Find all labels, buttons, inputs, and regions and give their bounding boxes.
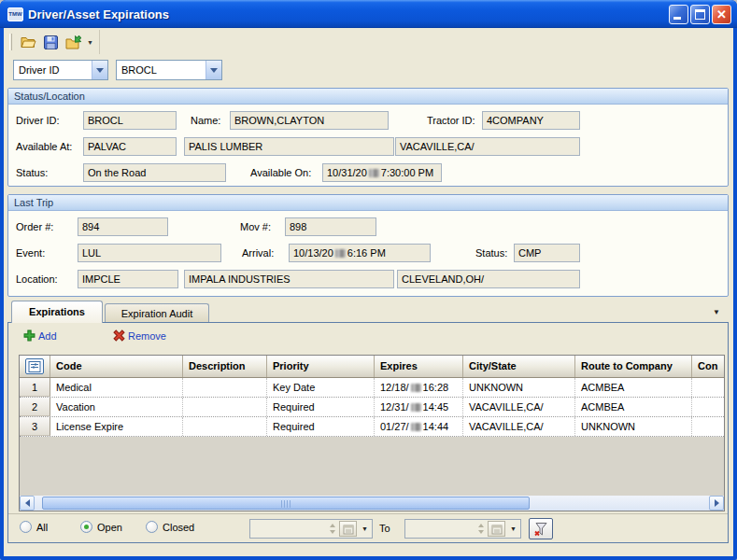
spinner-up-icon	[478, 524, 484, 527]
toolbar-overflow-icon[interactable]: ▼	[87, 39, 93, 46]
name-label: Name:	[191, 111, 220, 130]
status-field[interactable]: On the Road	[83, 163, 226, 182]
table-row[interactable]: 1 Medical Key Date 12/18/16:28 UNKNOWN A…	[20, 378, 724, 398]
location-city-field[interactable]: CLEVELAND,OH/	[397, 270, 580, 288]
title-bar[interactable]: TMW Driver/Asset Expirations ✕	[0, 0, 737, 28]
last-trip-group: Last Trip Order #: 894 Mov #: 898 Event:…	[7, 194, 729, 297]
cell-priority[interactable]: Required	[267, 398, 375, 416]
name-field[interactable]: BROWN,CLAYTON	[230, 111, 389, 130]
cell-description[interactable]	[183, 378, 267, 397]
trip-status-label: Status:	[475, 244, 507, 262]
redacted-text	[369, 169, 379, 177]
date-from-picker[interactable]: ▼	[249, 519, 373, 539]
column-header-priority[interactable]: Priority	[267, 356, 375, 377]
radio-open[interactable]: Open	[80, 521, 122, 533]
cell-contact[interactable]	[692, 417, 724, 436]
open-button[interactable]	[17, 32, 39, 53]
mov-label: Mov #:	[240, 217, 271, 236]
export-button[interactable]	[62, 32, 84, 53]
available-at-code-field[interactable]: PALVAC	[83, 137, 177, 156]
date-spinner[interactable]	[475, 520, 487, 538]
location-code-field[interactable]: IMPCLE	[78, 270, 178, 288]
calendar-button[interactable]	[339, 521, 357, 537]
radio-closed[interactable]: Closed	[146, 521, 194, 533]
tractor-id-label: Tractor ID:	[427, 111, 475, 130]
cell-city-state[interactable]: VACAVILLE,CA/	[463, 398, 575, 416]
driver-id-combo[interactable]: BROCL	[116, 60, 222, 80]
remove-icon	[113, 329, 125, 342]
cell-priority[interactable]: Required	[267, 417, 375, 436]
column-header-contact[interactable]: Con	[692, 356, 724, 377]
available-at-city-field[interactable]: VACAVILLE,CA/	[395, 137, 580, 156]
arrival-time: 6:16 PM	[347, 247, 386, 259]
cell-route[interactable]: ACMBEA	[575, 378, 692, 397]
calendar-button[interactable]	[488, 521, 505, 537]
tab-list-dropdown-icon[interactable]: ▼	[713, 308, 720, 316]
column-header-route[interactable]: Route to Company	[575, 356, 692, 377]
expires-time: 14:45	[423, 401, 449, 413]
scrollbar-thumb[interactable]	[42, 497, 530, 510]
clear-filter-button[interactable]	[529, 518, 553, 539]
redacted-text	[411, 403, 421, 412]
date-to-picker[interactable]: ▼	[404, 519, 521, 539]
maximize-button[interactable]	[690, 5, 710, 24]
remove-button[interactable]: Remove	[113, 329, 166, 342]
toolbar-grip[interactable]	[9, 34, 12, 50]
scrollbar-track[interactable]	[35, 496, 709, 511]
location-name-field[interactable]: IMPALA INDUSTRIES	[184, 270, 394, 288]
field-chooser-button[interactable]	[20, 356, 50, 377]
close-button[interactable]: ✕	[712, 5, 731, 24]
trip-status-field[interactable]: CMP	[514, 244, 580, 262]
table-row[interactable]: 2 Vacation Required 12/31/14:45 VACAVILL…	[20, 398, 724, 417]
column-header-expires[interactable]: Expires	[375, 356, 463, 377]
table-row[interactable]: 3 License Expire Required 01/27/14:44 VA…	[20, 417, 724, 437]
cell-code[interactable]: Medical	[50, 378, 183, 397]
radio-all-icon	[20, 521, 32, 533]
window-title: Driver/Asset Expirations	[28, 7, 169, 21]
mov-field[interactable]: 898	[285, 217, 376, 236]
add-button[interactable]: Add	[23, 329, 57, 342]
cell-expires[interactable]: 12/31/14:45	[375, 398, 463, 416]
cell-route[interactable]: ACMBEA	[575, 398, 692, 416]
save-button[interactable]	[39, 32, 62, 53]
event-field[interactable]: LUL	[78, 244, 221, 262]
tractor-id-field[interactable]: 4COMPANY	[482, 111, 580, 130]
cell-city-state[interactable]: VACAVILLE,CA/	[463, 417, 575, 436]
available-at-name-field[interactable]: PALIS LUMBER	[184, 137, 394, 156]
radio-all[interactable]: All	[20, 521, 48, 533]
cell-code[interactable]: Vacation	[50, 398, 183, 416]
cell-route[interactable]: UNKNOWN	[575, 417, 692, 436]
horizontal-scrollbar[interactable]	[20, 496, 724, 511]
driver-id-field[interactable]: BROCL	[83, 111, 177, 130]
arrival-field[interactable]: 10/13/206:16 PM	[289, 244, 431, 262]
cell-expires[interactable]: 01/27/14:44	[375, 417, 463, 436]
date-spinner[interactable]	[326, 520, 338, 538]
cell-priority[interactable]: Key Date	[267, 378, 375, 397]
cell-code[interactable]: License Expire	[50, 417, 183, 436]
chevron-down-icon[interactable]: ▼	[506, 525, 520, 532]
scroll-left-button[interactable]	[20, 496, 35, 511]
cell-city-state[interactable]: UNKNOWN	[463, 378, 575, 397]
column-header-city-state[interactable]: City/State	[463, 356, 575, 377]
column-header-description[interactable]: Description	[183, 356, 267, 377]
field-type-combo[interactable]: Driver ID	[13, 60, 108, 80]
row-number[interactable]: 2	[20, 398, 50, 416]
field-type-dropdown[interactable]	[92, 61, 107, 79]
cell-contact[interactable]	[692, 378, 724, 397]
chevron-down-icon[interactable]: ▼	[358, 525, 372, 532]
cell-expires[interactable]: 12/18/16:28	[375, 378, 463, 397]
spinner-down-icon	[330, 530, 335, 534]
cell-description[interactable]	[183, 417, 267, 436]
row-number[interactable]: 1	[20, 378, 50, 397]
row-number[interactable]: 3	[20, 417, 50, 436]
cell-description[interactable]	[183, 398, 267, 416]
order-field[interactable]: 894	[78, 217, 168, 236]
tab-expiration-audit[interactable]: Expiration Audit	[105, 303, 209, 323]
minimize-button[interactable]	[669, 5, 688, 24]
cell-contact[interactable]	[692, 398, 724, 416]
scroll-right-button[interactable]	[709, 496, 724, 511]
column-header-code[interactable]: Code	[50, 356, 183, 377]
available-on-field[interactable]: 10/31/207:30:00 PM	[322, 163, 442, 182]
tab-expirations[interactable]: Expirations	[11, 301, 103, 323]
driver-id-dropdown[interactable]	[206, 61, 221, 79]
